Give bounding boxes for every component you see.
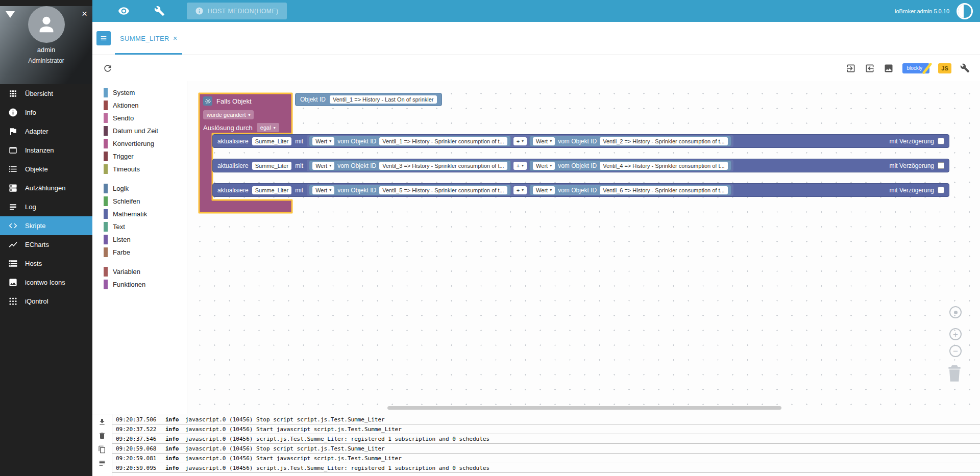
operator-dropdown[interactable]: +▾ — [513, 162, 527, 170]
tab-close-icon[interactable]: × — [173, 34, 178, 42]
update-statement-block[interactable]: aktualisiere Summe_Liter mit Wert▾ vom O… — [212, 183, 949, 197]
export-image-icon[interactable] — [884, 63, 894, 73]
sidebar-item-icontwo-icons[interactable]: icontwo Icons — [0, 273, 92, 292]
condition-dropdown[interactable]: wurde geändert▾ — [203, 110, 254, 119]
toolbox-category-trigger[interactable]: Trigger — [92, 150, 187, 163]
log-list-icon[interactable] — [98, 459, 106, 467]
import-blocks-icon[interactable] — [865, 63, 875, 73]
variable-field[interactable]: Summe_Liter — [252, 137, 291, 145]
delay-checkbox[interactable] — [938, 187, 944, 193]
variable-field[interactable]: Summe_Liter — [252, 162, 291, 170]
log-message: javascript.0 (10456) Stop script script.… — [185, 445, 385, 452]
script-list-icon[interactable] — [96, 31, 111, 45]
profile-close-icon[interactable]: × — [82, 8, 87, 19]
mutator-gear-icon[interactable] — [203, 96, 212, 106]
chevron-down-icon: ▾ — [329, 186, 331, 194]
object-id-field[interactable]: Ventil_4 => History - Sprinkler consumpt… — [600, 162, 727, 170]
sidebar-item-hosts[interactable]: Hosts — [0, 254, 92, 273]
object-id-field[interactable]: Ventil_2 => History - Sprinkler consumpt… — [600, 137, 727, 145]
get-value-block[interactable]: Wert▾ vom Objekt ID Ventil_1 => History … — [309, 136, 511, 146]
zoom-in-control[interactable]: + — [949, 328, 962, 340]
toolbox-category-farbe[interactable]: Farbe — [92, 246, 187, 259]
delay-checkbox[interactable] — [938, 162, 944, 169]
statement-action-label: aktualisiere — [217, 162, 249, 169]
reload-icon[interactable] — [103, 63, 113, 73]
get-value-block[interactable]: Wert▾ vom Objekt ID Ventil_4 => History … — [529, 160, 731, 171]
tab-summe-liter[interactable]: SUMME_LITER × — [113, 22, 184, 55]
wert-dropdown[interactable]: Wert▾ — [533, 137, 555, 145]
settings-wrench-icon[interactable] — [960, 63, 970, 73]
objekt-id-block[interactable]: Objekt ID Ventil_1 => History - Last On … — [295, 93, 442, 106]
toolbox-category-mathematik[interactable]: Mathematik — [92, 208, 187, 220]
category-color-bar — [104, 101, 108, 110]
object-id-field[interactable]: Ventil_6 => History - Sprinkler consumpt… — [600, 186, 727, 194]
delay-checkbox[interactable] — [938, 138, 944, 144]
get-value-block[interactable]: Wert▾ vom Objekt ID Ventil_5 => History … — [309, 185, 511, 195]
sidebar-item-aufzaehlungen[interactable]: Aufzählungen — [0, 179, 92, 197]
toolbox-category-datum-und-zeit[interactable]: Datum und Zeit — [92, 124, 187, 137]
toolbox-category-schleifen[interactable]: Schleifen — [92, 195, 187, 208]
sidebar-item-instanzen[interactable]: Instanzen — [0, 141, 92, 160]
value-chain[interactable]: Wert▾ vom Objekt ID Ventil_1 => History … — [307, 135, 733, 147]
update-statement-block[interactable]: aktualisiere Summe_Liter mit Wert▾ vom O… — [212, 159, 949, 172]
sidebar-item-adapter[interactable]: Adapter — [0, 122, 92, 141]
horizontal-scrollbar[interactable] — [387, 406, 781, 410]
variable-field[interactable]: Summe_Liter — [252, 186, 291, 194]
toolbox-category-listen[interactable]: Listen — [92, 233, 187, 246]
toolbox-category-funktionen[interactable]: Funktionen — [92, 278, 187, 291]
object-id-field[interactable]: Ventil_3 => History - Sprinkler consumpt… — [379, 162, 507, 170]
object-id-field[interactable]: Ventil_1 => History - Sprinkler consumpt… — [379, 137, 507, 145]
toolbox-category-variablen[interactable]: Variablen — [92, 265, 187, 278]
export-blocks-icon[interactable] — [846, 63, 856, 73]
javascript-badge[interactable]: JS — [938, 63, 951, 73]
falls-objekt-block[interactable]: Falls Objekt wurde geändert▾ Auslösung d… — [197, 91, 980, 219]
sidebar-item-skripte[interactable]: Skripte — [0, 216, 92, 235]
operator-dropdown[interactable]: +▾ — [513, 186, 527, 194]
visibility-eye-icon[interactable] — [117, 5, 130, 17]
toolbox-category-sendto[interactable]: Sendto — [92, 112, 187, 124]
clear-log-icon[interactable] — [98, 432, 106, 440]
operator-dropdown[interactable]: +▾ — [513, 137, 527, 145]
get-value-block[interactable]: Wert▾ vom Objekt ID Ventil_6 => History … — [529, 185, 731, 195]
wert-dropdown[interactable]: Wert▾ — [533, 162, 555, 170]
app-header: HOST MEDION(HOME) ioBroker.admin 5.0.10 — [0, 0, 980, 22]
ausloesung-dropdown[interactable]: egal▾ — [257, 123, 279, 132]
object-id-field[interactable]: Ventil_5 => History - Sprinkler consumpt… — [379, 186, 507, 194]
collapse-triangle-icon[interactable] — [6, 11, 15, 18]
wert-dropdown[interactable]: Wert▾ — [312, 186, 334, 194]
toolbox-category-logik[interactable]: Logik — [92, 182, 187, 195]
value-chain[interactable]: Wert▾ vom Objekt ID Ventil_3 => History … — [307, 160, 733, 171]
trash-icon[interactable] — [944, 362, 965, 386]
toolbox-category-konvertierung[interactable]: Konvertierung — [92, 137, 187, 150]
objekt-id-label: Objekt ID — [300, 96, 326, 103]
toolbox-category-timeouts[interactable]: Timeouts — [92, 163, 187, 176]
sidebar-item-uebersicht[interactable]: Übersicht — [0, 84, 92, 103]
sidebar-item-log[interactable]: Log — [0, 197, 92, 216]
toolbox-category-system[interactable]: System — [92, 86, 187, 99]
copy-log-icon[interactable] — [98, 445, 106, 454]
avatar[interactable] — [28, 6, 65, 43]
blockly-workspace[interactable]: Falls Objekt wurde geändert▾ Auslösung d… — [187, 81, 980, 414]
sidebar-item-objekte[interactable]: Objekte — [0, 160, 92, 179]
wert-dropdown[interactable]: Wert▾ — [312, 137, 334, 145]
update-statement-block[interactable]: aktualisiere Summe_Liter mit Wert▾ vom O… — [212, 134, 949, 148]
wert-dropdown[interactable]: Wert▾ — [533, 186, 555, 194]
zoom-reset-control[interactable] — [949, 306, 962, 318]
value-chain[interactable]: Wert▾ vom Objekt ID Ventil_5 => History … — [307, 184, 733, 196]
blockly-badge[interactable]: blockly — [902, 63, 929, 73]
host-button[interactable]: HOST MEDION(HOME) — [187, 3, 287, 19]
expert-wrench-icon[interactable] — [153, 5, 165, 17]
category-label: Funktionen — [113, 281, 145, 288]
get-value-block[interactable]: Wert▾ vom Objekt ID Ventil_3 => History … — [309, 160, 511, 171]
toolbox-category-aktionen[interactable]: Aktionen — [92, 99, 187, 112]
sidebar-item-label: icontwo Icons — [25, 279, 65, 286]
wert-dropdown[interactable]: Wert▾ — [312, 162, 334, 170]
objekt-id-field[interactable]: Ventil_1 => History - Last On of sprinkl… — [330, 95, 436, 104]
zoom-out-control[interactable]: − — [949, 345, 962, 357]
sidebar-item-iqontrol[interactable]: iQontrol — [0, 292, 92, 311]
sidebar-item-info[interactable]: Info — [0, 103, 92, 122]
sidebar-item-echarts[interactable]: ECharts — [0, 235, 92, 254]
toolbox-category-text[interactable]: Text — [92, 220, 187, 233]
download-log-icon[interactable] — [98, 418, 106, 426]
get-value-block[interactable]: Wert▾ vom Objekt ID Ventil_2 => History … — [529, 136, 731, 146]
